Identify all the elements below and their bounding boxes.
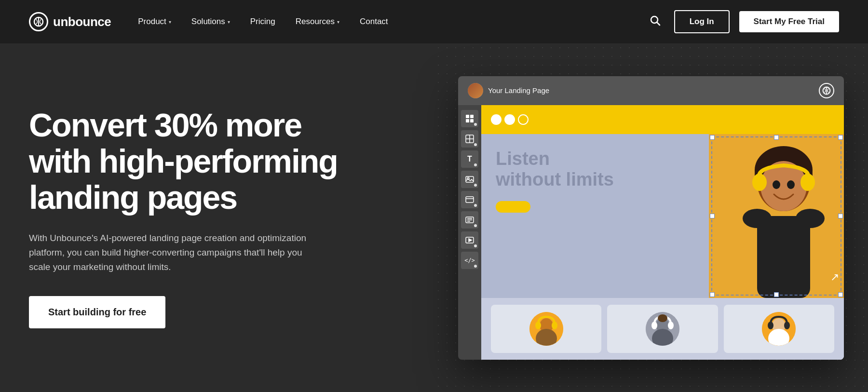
svg-point-51 <box>784 322 790 329</box>
site-header: unbounce Product ▾ Solutions ▾ Pricing R… <box>0 0 868 43</box>
toolbar-icon-widget[interactable] <box>461 211 478 229</box>
svg-point-32 <box>800 174 815 191</box>
preview-canvas: Listen without limits <box>481 105 844 360</box>
avatar <box>468 83 483 98</box>
hero-description: With Unbounce's AI-powered landing page … <box>29 231 313 275</box>
svg-rect-8 <box>466 119 469 122</box>
nav-item-resources[interactable]: Resources ▾ <box>288 13 347 30</box>
toolbar-icon-code[interactable]: </> <box>461 252 478 269</box>
svg-rect-13 <box>466 176 474 182</box>
header-right: Log In Start My Free Trial <box>646 10 839 33</box>
svg-point-34 <box>743 209 772 228</box>
preview-page-title: Your Landing Page <box>488 86 549 95</box>
svg-marker-22 <box>469 239 472 242</box>
canvas-card-3 <box>724 305 834 353</box>
svg-point-35 <box>796 209 825 228</box>
svg-point-39 <box>535 322 541 329</box>
svg-point-44 <box>651 322 657 329</box>
preview-topbar: Your Landing Page <box>458 76 844 105</box>
preview-logo-icon <box>819 83 834 98</box>
nav-item-product[interactable]: Product ▾ <box>130 13 179 30</box>
toolbar-icon-layout[interactable] <box>461 110 478 127</box>
svg-rect-33 <box>757 216 810 298</box>
svg-point-46 <box>658 314 667 322</box>
logo[interactable]: unbounce <box>29 12 111 31</box>
header-dot-3 <box>518 114 529 125</box>
cta-button[interactable]: Start building for free <box>29 296 165 328</box>
header-dot-2 <box>504 114 515 125</box>
svg-line-3 <box>657 22 660 25</box>
mouse-cursor: ↗ <box>830 271 839 284</box>
logo-text: unbounce <box>53 14 111 29</box>
header-left: unbounce Product ▾ Solutions ▾ Pricing R… <box>29 12 396 31</box>
svg-point-45 <box>668 322 674 329</box>
preview-toolbar: T <box>458 105 481 360</box>
canvas-headline: Listen without limits <box>496 149 694 190</box>
landing-page-preview: Your Landing Page <box>458 76 844 360</box>
card-avatar-3 <box>762 312 796 346</box>
canvas-card-1 <box>491 305 601 353</box>
toolbar-icon-image[interactable] <box>461 171 478 188</box>
person-illustration <box>709 134 844 298</box>
preview-user: Your Landing Page <box>468 83 549 98</box>
canvas-cards-row <box>481 298 844 360</box>
svg-rect-9 <box>470 119 474 122</box>
svg-point-30 <box>787 180 795 189</box>
canvas-header-band <box>481 105 844 134</box>
hero-title: Convert 30% more with high-performing la… <box>29 107 357 215</box>
canvas-main-area: Listen without limits <box>481 134 844 298</box>
toolbar-icon-video[interactable] <box>461 231 478 249</box>
login-button[interactable]: Log In <box>674 10 730 33</box>
nav-item-contact[interactable]: Contact <box>352 13 396 30</box>
header-dots <box>491 114 529 125</box>
svg-point-40 <box>552 322 557 329</box>
chevron-down-icon: ▾ <box>169 19 171 25</box>
canvas-image-area: ↗ <box>709 134 844 298</box>
svg-rect-6 <box>466 115 469 118</box>
toolbar-icon-section[interactable] <box>461 191 478 208</box>
canvas-cta-button[interactable] <box>496 201 530 213</box>
preview-body: T <box>458 105 844 360</box>
canvas-content: Listen without limits <box>481 134 709 298</box>
logo-icon <box>29 12 48 31</box>
header-dot-1 <box>491 114 502 125</box>
canvas-card-2 <box>607 305 718 353</box>
main-nav: Product ▾ Solutions ▾ Pricing Resources … <box>130 13 395 30</box>
chevron-down-icon: ▾ <box>228 19 230 25</box>
main-content: Convert 30% more with high-performing la… <box>0 43 868 392</box>
trial-button[interactable]: Start My Free Trial <box>739 11 839 32</box>
svg-rect-15 <box>466 197 474 203</box>
svg-point-50 <box>768 322 773 329</box>
nav-item-solutions[interactable]: Solutions ▾ <box>184 13 238 30</box>
toolbar-icon-text[interactable]: T <box>461 150 478 168</box>
svg-point-31 <box>752 174 767 191</box>
card-avatar-2 <box>646 312 679 346</box>
search-button[interactable] <box>646 12 665 32</box>
search-icon <box>650 15 661 26</box>
chevron-down-icon: ▾ <box>337 19 339 25</box>
svg-point-29 <box>773 180 780 189</box>
avatar-image <box>468 83 483 98</box>
svg-rect-7 <box>470 115 474 118</box>
card-avatar-1 <box>529 312 563 346</box>
toolbar-icon-grid[interactable] <box>461 130 478 148</box>
nav-item-pricing[interactable]: Pricing <box>243 13 283 30</box>
hero-section: Convert 30% more with high-performing la… <box>29 107 357 328</box>
